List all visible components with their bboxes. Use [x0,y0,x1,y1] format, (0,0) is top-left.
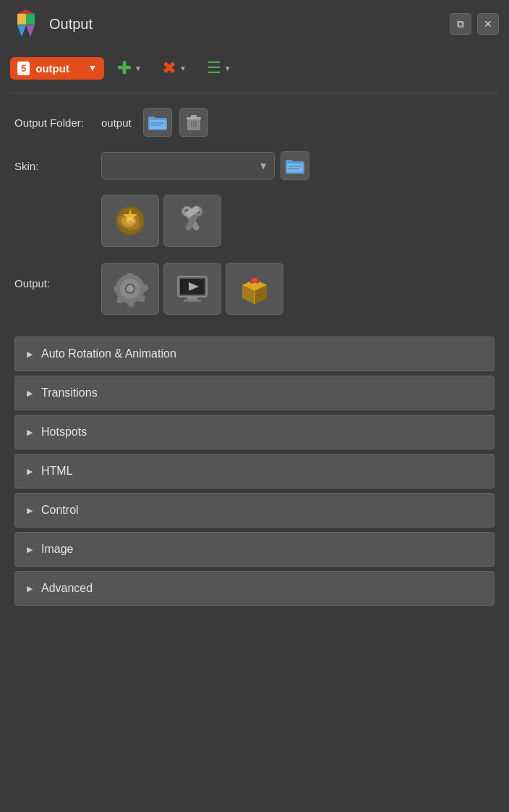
svg-rect-13 [187,117,201,119]
remove-arrow-icon: ▼ [179,64,187,72]
title-buttons: ⧉ ✕ [450,13,499,35]
accordion: ▶ Auto Rotation & Animation ▶ Transition… [14,337,495,606]
add-icon: ✚ [117,58,132,78]
accordion-item-transitions: ▶ Transitions [14,376,495,410]
close-icon: ✕ [484,18,492,30]
svg-marker-4 [26,25,35,37]
svg-point-43 [127,285,134,292]
screen-icon [174,271,210,307]
close-button[interactable]: ✕ [477,13,499,35]
title-left: Output [10,8,93,40]
accordion-header-image[interactable]: ▶ Image [15,533,494,566]
accordion-header-control[interactable]: ▶ Control [15,494,494,527]
svg-rect-35 [127,273,133,279]
accordion-item-advanced: ▶ Advanced [14,571,495,606]
title-bar: Output ⧉ ✕ [0,0,509,48]
svg-rect-38 [114,286,120,292]
skin-buttons-row [101,195,495,247]
accordion-header-transitions[interactable]: ▶ Transitions [15,376,494,410]
folder-icon [148,114,167,130]
accordion-arrow-hotspots: ▶ [27,428,33,437]
html5-icon: 5 [17,62,30,75]
output-section-row: Output: [14,263,495,315]
accordion-item-control: ▶ Control [14,493,495,528]
accordion-title-transitions: Transitions [41,386,98,399]
accordion-arrow-control: ▶ [27,506,33,515]
svg-rect-1 [17,14,26,25]
skin-label: Skin: [14,160,94,172]
window-title: Output [49,16,93,33]
format-dropdown-arrow: ▼ [88,63,97,73]
format-label: output [35,62,69,75]
skin-browse-button[interactable] [281,151,309,180]
skin-customize-button[interactable] [101,195,159,247]
output-export-button[interactable] [226,263,283,315]
output-label: Output: [14,263,94,289]
skin-row: Skin: ▼ [14,151,495,180]
accordion-item-hotspots: ▶ Hotspots [14,415,495,449]
skin-folder-icon [286,158,304,174]
accordion-header-html[interactable]: ▶ HTML [15,454,494,488]
accordion-arrow-image: ▶ [27,545,33,554]
accordion-arrow-html: ▶ [27,467,33,476]
output-folder-value: output [101,117,132,129]
svg-marker-3 [17,25,26,37]
output-folder-delete-button[interactable] [179,108,208,137]
svg-rect-47 [187,297,197,300]
toolbar-divider [10,93,499,93]
svg-rect-19 [287,164,303,172]
main-content: Output Folder: output [0,98,509,623]
output-preview-button[interactable] [163,263,221,315]
skin-select-container: ▼ [101,151,309,180]
output-folder-label: Output Folder: [14,117,94,129]
accordion-header-advanced[interactable]: ▶ Advanced [15,572,494,605]
output-settings-button[interactable] [101,263,159,315]
accordion-arrow-advanced: ▶ [27,584,33,593]
svg-rect-40 [139,296,145,302]
skin-dropdown[interactable]: ▼ [101,152,275,179]
accordion-item-auto-rotation: ▶ Auto Rotation & Animation [14,337,495,371]
restore-button[interactable]: ⧉ [450,13,471,35]
skin-dropdown-arrow: ▼ [258,160,268,172]
svg-rect-18 [286,160,293,164]
svg-rect-7 [148,117,155,120]
gear-icon [112,271,148,307]
trash-icon [187,114,201,130]
accordion-item-html: ▶ HTML [14,454,495,489]
output-buttons [101,263,283,315]
svg-rect-8 [150,120,166,129]
list-button[interactable]: ☰ ▼ [200,54,239,82]
accordion-arrow-transitions: ▶ [27,389,33,398]
list-arrow-icon: ▼ [224,64,231,72]
svg-rect-2 [26,14,35,25]
svg-rect-5 [17,24,35,26]
accordion-arrow-auto-rotation: ▶ [27,350,33,359]
list-icon: ☰ [207,59,221,77]
accordion-header-hotspots[interactable]: ▶ Hotspots [15,415,494,449]
toolbar: 5 output ▼ ✚ ▼ ✖ ▼ ☰ ▼ [0,48,509,88]
accordion-header-auto-rotation[interactable]: ▶ Auto Rotation & Animation [15,337,494,371]
format-selector[interactable]: 5 output ▼ [10,57,104,80]
accordion-title-control: Control [41,504,79,517]
accordion-title-advanced: Advanced [41,582,93,595]
svg-rect-42 [117,297,123,303]
add-arrow-icon: ▼ [134,64,142,72]
app-logo-icon [10,8,42,40]
restore-icon: ⧉ [457,18,464,30]
remove-icon: ✖ [162,58,176,78]
output-folder-row: Output Folder: output [14,108,495,137]
add-button[interactable]: ✚ ▼ [110,54,149,83]
output-folder-browse-button[interactable] [143,108,172,137]
accordion-title-html: HTML [41,465,73,478]
remove-button[interactable]: ✖ ▼ [155,54,194,83]
svg-rect-48 [184,300,201,302]
accordion-item-image: ▶ Image [14,532,495,567]
accordion-title-hotspots: Hotspots [41,426,87,439]
package-icon [236,271,273,307]
puzzle-icon [111,203,149,239]
accordion-title-image: Image [41,543,73,556]
svg-point-53 [252,278,257,282]
tools-icon [174,203,211,239]
skin-tools-button[interactable] [163,195,221,247]
accordion-title-auto-rotation: Auto Rotation & Animation [41,347,176,360]
